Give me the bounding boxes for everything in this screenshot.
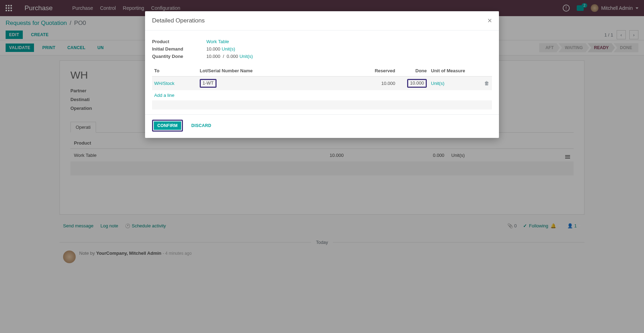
th-to: To bbox=[152, 65, 198, 76]
modal-table: To Lot/Serial Number Name Reserved Done … bbox=[152, 65, 492, 109]
modal-fields: Product Work Table Initial Demand 10.000… bbox=[152, 39, 492, 59]
to-location-link[interactable]: WH/Stock bbox=[154, 81, 174, 86]
lot-serial-input[interactable]: 1-WT bbox=[200, 79, 217, 88]
table-row: WH/Stock 1-WT 10.000 10.000 Unit(s) 🗑 bbox=[152, 76, 492, 90]
modal-overlay: Detailed Operations × Product Work Table… bbox=[0, 0, 644, 265]
cell-reserved: 10.000 bbox=[359, 76, 397, 90]
uom-link[interactable]: Unit(s) bbox=[222, 46, 235, 52]
modal-footer: Confirm Discard bbox=[145, 114, 499, 138]
discard-button[interactable]: Discard bbox=[188, 121, 215, 130]
label-quantity-done: Quantity Done bbox=[152, 54, 206, 59]
add-line-button[interactable]: Add a line bbox=[154, 93, 174, 98]
confirm-button[interactable]: Confirm bbox=[154, 121, 181, 130]
th-reserved: Reserved bbox=[359, 65, 397, 76]
label-initial-demand: Initial Demand bbox=[152, 46, 206, 52]
delete-row-icon[interactable]: 🗑 bbox=[484, 80, 489, 86]
modal-title: Detailed Operations bbox=[152, 17, 205, 24]
product-link[interactable]: Work Table bbox=[206, 39, 229, 44]
uom-link[interactable]: Unit(s) bbox=[431, 81, 444, 86]
initial-demand-value: 10.000Unit(s) bbox=[206, 46, 235, 52]
uom-link[interactable]: Unit(s) bbox=[239, 54, 253, 59]
done-qty-input[interactable]: 10.000 bbox=[407, 79, 427, 88]
label-product: Product bbox=[152, 39, 206, 44]
th-done: Done bbox=[397, 65, 429, 76]
th-uom: Unit of Measure bbox=[429, 65, 481, 76]
confirm-highlight: Confirm bbox=[152, 120, 183, 132]
th-lot: Lot/Serial Number Name bbox=[198, 65, 359, 76]
add-line-row: Add a line bbox=[152, 90, 492, 100]
quantity-done-value: 10.000 / 0.000Unit(s) bbox=[206, 54, 253, 59]
modal-header: Detailed Operations × bbox=[145, 11, 499, 31]
modal: Detailed Operations × Product Work Table… bbox=[145, 11, 499, 138]
modal-body: Product Work Table Initial Demand 10.000… bbox=[145, 31, 499, 114]
modal-close-button[interactable]: × bbox=[487, 17, 492, 25]
